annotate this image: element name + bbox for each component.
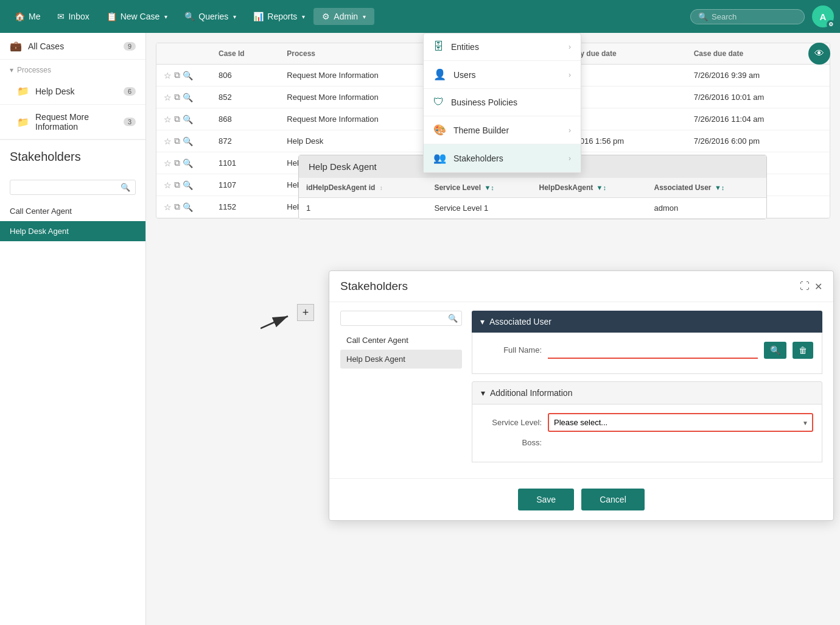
- request-label: Request More Information: [35, 112, 117, 132]
- full-name-input[interactable]: [548, 341, 758, 359]
- stakeholders-modal: Stakeholders ⛶ ✕ 🔍 Call Center Agent Hel…: [329, 270, 834, 521]
- search-input[interactable]: [712, 12, 797, 21]
- reports-arrow: ▾: [302, 13, 305, 20]
- copy-icon[interactable]: ⧉: [174, 114, 180, 124]
- theme-icon: 🎨: [433, 124, 446, 136]
- modal-list-help-desk[interactable]: Help Desk Agent: [340, 350, 462, 369]
- row-actions: ☆ ⧉ 🔍: [156, 65, 211, 87]
- additional-collapse-icon[interactable]: ▾: [481, 388, 485, 398]
- nav-item-inbox[interactable]: ✉ Inbox: [49, 8, 97, 25]
- row-actions: ☆ ⧉ 🔍: [156, 130, 211, 152]
- sidebar-stakeholders-search[interactable]: 🔍: [10, 180, 136, 195]
- nav-item-queries[interactable]: 🔍 Queries ▾: [176, 8, 245, 25]
- theme-chevron: ›: [569, 126, 571, 135]
- business-policies-label: Business Policies: [451, 97, 517, 107]
- sidebar-item-help-desk[interactable]: 📁 Help Desk 6: [0, 78, 145, 105]
- search-icon[interactable]: 🔍: [183, 93, 193, 102]
- col-case-id: Case Id: [211, 43, 279, 65]
- users-label: Users: [453, 70, 476, 80]
- case-due: 7/26/2016 6:00 pm: [687, 130, 830, 152]
- copy-icon[interactable]: ⧉: [174, 158, 180, 168]
- hd-table-header-row: idHelpDeskAgent id ↕ Service Level ▼↕ He…: [299, 178, 766, 198]
- star-icon[interactable]: ☆: [164, 136, 172, 146]
- case-id: 1152: [211, 196, 279, 218]
- star-icon[interactable]: ☆: [164, 202, 172, 212]
- sidebar-stakeholders-search-input[interactable]: [15, 183, 121, 192]
- dropdown-entities[interactable]: 🗄 Entities ›: [424, 34, 581, 61]
- collapse-icon[interactable]: ▾: [480, 317, 485, 327]
- full-name-delete-button[interactable]: 🗑: [793, 342, 813, 359]
- nav-item-new-case[interactable]: 📋 New Case ▾: [98, 8, 177, 25]
- service-level-select-wrapper: Please select...: [548, 413, 813, 432]
- modal-search-input[interactable]: [346, 314, 448, 323]
- star-icon[interactable]: ☆: [164, 93, 172, 102]
- full-name-search-button[interactable]: 🔍: [764, 342, 786, 359]
- sidebar-item-request-more[interactable]: 📁 Request More Information 3: [0, 105, 145, 139]
- sidebar-processes-section[interactable]: ▾ Processes: [0, 60, 145, 78]
- search-icon[interactable]: 🔍: [183, 136, 193, 146]
- copy-icon[interactable]: ⧉: [174, 202, 180, 212]
- add-record-button[interactable]: +: [297, 304, 314, 321]
- copy-icon[interactable]: ⧉: [174, 136, 180, 146]
- service-level-row: Service Level: Please select...: [481, 413, 813, 432]
- nav-queries-label: Queries: [198, 12, 228, 21]
- modal-body: 🔍 Call Center Agent Help Desk Agent ▾ As…: [329, 302, 833, 478]
- save-button[interactable]: Save: [518, 489, 574, 510]
- search-icon[interactable]: 🔍: [183, 202, 193, 212]
- nav-new-case-label: New Case: [121, 12, 160, 21]
- row-actions: ☆ ⧉ 🔍: [156, 87, 211, 108]
- associated-user-section: ▾ Associated User Full Name: 🔍 🗑: [472, 311, 822, 374]
- copy-icon[interactable]: ⧉: [174, 70, 180, 80]
- case-id: 852: [211, 87, 279, 108]
- modal-header-icons: ⛶ ✕: [800, 281, 822, 292]
- hd-row-service-level: Service Level 1: [427, 198, 531, 219]
- user-avatar[interactable]: A ⚙: [812, 5, 834, 27]
- nav-item-admin[interactable]: ⚙ Admin ▾: [313, 8, 374, 25]
- star-icon[interactable]: ☆: [164, 180, 172, 190]
- hd-row-id: 1: [299, 198, 427, 219]
- nav-item-me[interactable]: 🏠 Me: [6, 8, 49, 25]
- sidebar-item-all-cases[interactable]: 💼 All Cases 9: [0, 33, 145, 60]
- service-level-select[interactable]: Please select...: [548, 413, 813, 432]
- help-desk-label: Help Desk: [35, 87, 117, 96]
- case-due: 7/26/2016 10:01 am: [687, 87, 830, 108]
- search-icon[interactable]: 🔍: [183, 180, 193, 190]
- modal-stakeholders-search[interactable]: 🔍: [340, 311, 462, 326]
- stakeholders-chevron: ›: [569, 154, 571, 163]
- dropdown-theme-builder[interactable]: 🎨 Theme Builder ›: [424, 116, 581, 144]
- cancel-button[interactable]: Cancel: [581, 489, 645, 510]
- sidebar-stakeholder-call-center[interactable]: Call Center Agent: [0, 201, 145, 221]
- filter-agent-icon[interactable]: ▼↕: [597, 184, 606, 191]
- copy-icon[interactable]: ⧉: [174, 92, 180, 102]
- dropdown-stakeholders[interactable]: 👥 Stakeholders ›: [424, 144, 581, 172]
- full-name-label: Full Name:: [481, 345, 542, 355]
- star-icon[interactable]: ☆: [164, 158, 172, 168]
- star-icon[interactable]: ☆: [164, 115, 172, 124]
- search-icon[interactable]: 🔍: [183, 158, 193, 168]
- hd-col-associated-user: Associated User ▼↕: [646, 178, 766, 198]
- dropdown-users[interactable]: 👤 Users ›: [424, 61, 581, 89]
- nav-item-reports[interactable]: 📊 Reports ▾: [245, 8, 313, 25]
- sidebar-stakeholder-help-desk[interactable]: Help Desk Agent: [0, 221, 145, 241]
- queries-arrow: ▾: [233, 13, 236, 20]
- entities-icon: 🗄: [433, 41, 444, 53]
- modal-expand-icon[interactable]: ⛶: [800, 281, 810, 292]
- search-icon[interactable]: 🔍: [183, 115, 193, 124]
- main-content: 👁 Case Id Process Activity due date Case…: [146, 33, 840, 625]
- user-initial: A: [820, 12, 827, 22]
- dropdown-business-policies[interactable]: 🛡 Business Policies: [424, 89, 581, 116]
- shield-icon: 🛡: [433, 96, 444, 108]
- eye-button[interactable]: 👁: [808, 43, 830, 65]
- copy-icon[interactable]: ⧉: [174, 180, 180, 190]
- plus-icon: +: [303, 306, 309, 319]
- filter-user-icon[interactable]: ▼↕: [715, 184, 724, 191]
- star-icon[interactable]: ☆: [164, 71, 172, 80]
- request-icon: 📁: [17, 116, 29, 128]
- filter-service-icon[interactable]: ▼↕: [484, 184, 494, 191]
- case-id: 1107: [211, 174, 279, 196]
- modal-list-call-center[interactable]: Call Center Agent: [340, 331, 462, 350]
- search-box[interactable]: 🔍: [690, 9, 805, 24]
- search-icon[interactable]: 🔍: [183, 71, 193, 80]
- theme-builder-label: Theme Builder: [453, 125, 509, 135]
- modal-close-icon[interactable]: ✕: [814, 281, 822, 292]
